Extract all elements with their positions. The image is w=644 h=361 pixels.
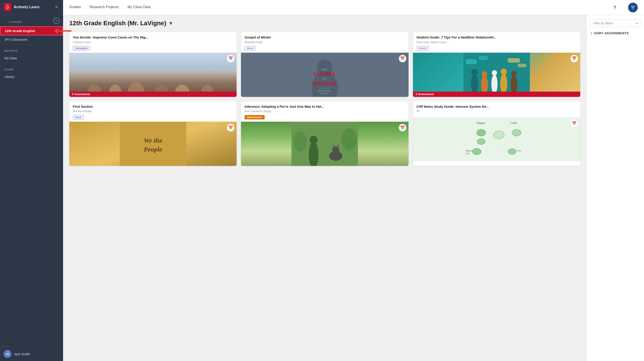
svg-text:→: → bbox=[488, 133, 490, 135]
sidebar-item-library[interactable]: Library bbox=[0, 72, 63, 81]
card-cliff-notes[interactable]: Cliff Notes Study Guide: Immune System f… bbox=[413, 101, 580, 166]
pet-svg bbox=[241, 122, 408, 166]
svg-point-58 bbox=[472, 148, 481, 155]
svg-text:←: ← bbox=[486, 150, 488, 152]
card-title: First Section bbox=[73, 104, 233, 109]
sidebar-footer: JS Jack Smith bbox=[0, 347, 63, 361]
svg-point-41 bbox=[341, 128, 357, 150]
svg-text:KIELY: KIELY bbox=[321, 92, 329, 95]
card-image: Antigens → → T-Cells Effector Cell N bbox=[413, 117, 580, 161]
nav-item-research-projects[interactable]: Research Projects bbox=[90, 4, 118, 10]
card-title: Student Guide: 7 Tips For a Healthier Re… bbox=[416, 35, 577, 39]
card-badge: Book bbox=[244, 46, 256, 50]
card-author: JP bbox=[416, 109, 577, 113]
calendar-icon[interactable]: 📅 bbox=[399, 124, 406, 131]
card-author: Ann Cameron Siegal bbox=[244, 109, 405, 113]
unanswered-bar: 2 Unanswered bbox=[413, 92, 580, 97]
content-area: 12th Grade English (Mr. LaVigne) ▾ You D… bbox=[63, 15, 644, 361]
classes-section-header: CLASSES + bbox=[0, 14, 63, 26]
svg-text:T-Cells: T-Cells bbox=[510, 122, 517, 124]
card-image-wrapper: 📅 5 Unanswered bbox=[69, 53, 236, 97]
card-info: You Decide: Supreme Court Cases on The R… bbox=[69, 32, 236, 53]
svg-point-17 bbox=[471, 74, 478, 94]
right-panel: Filter by labels ▾ ↕ SORT ASSIGNMENTS bbox=[586, 15, 644, 361]
arrow-indicator bbox=[54, 28, 72, 34]
card-badge: Article bbox=[416, 46, 429, 50]
card-info: Gospel of Winter Brendan Kiely Book bbox=[241, 32, 408, 53]
card-image: We the People bbox=[69, 122, 236, 166]
card-image bbox=[69, 53, 236, 97]
close-icon[interactable]: ✕ bbox=[53, 4, 60, 10]
svg-text:→: → bbox=[500, 150, 502, 152]
card-title: You Decide: Supreme Court Cases on The R… bbox=[73, 35, 233, 39]
card-image bbox=[413, 53, 580, 97]
svg-point-46 bbox=[477, 139, 485, 144]
svg-text:Antigens: Antigens bbox=[477, 122, 485, 124]
sort-label: SORT ASSIGNMENTS bbox=[594, 31, 629, 35]
sidebar-header: Mc Graw Hill Actively Learn ✕ bbox=[0, 0, 63, 14]
card-image-wrapper: 📅 bbox=[241, 122, 408, 166]
card-image: THE GOSPEL OF WINTER A NOVEL BY BRENDAN … bbox=[241, 53, 408, 97]
page-title: 12th Grade English (Mr. LaVigne) bbox=[69, 20, 166, 27]
card-inference-pet[interactable]: Inference: Adopting a Pet Is Just One Wa… bbox=[241, 101, 408, 166]
svg-text:A NOVEL BY: A NOVEL BY bbox=[319, 87, 330, 89]
card-info: Student Guide: 7 Tips For a Healthier Re… bbox=[413, 32, 580, 53]
svg-point-21 bbox=[491, 74, 498, 94]
sort-icon: ↕ bbox=[590, 30, 592, 36]
card-author: Paul Levy, Senior Lectu... bbox=[416, 40, 577, 44]
card-author: We the People bbox=[73, 109, 233, 113]
other-label: OTHER bbox=[0, 64, 63, 72]
svg-text:WINTER: WINTER bbox=[313, 80, 337, 87]
help-button[interactable]: ? bbox=[610, 3, 619, 12]
sidebar-item-jps-classroom[interactable]: JP's Classroom bbox=[0, 35, 63, 43]
svg-rect-28 bbox=[479, 56, 488, 60]
svg-point-23 bbox=[500, 73, 507, 94]
svg-text:OF: OF bbox=[322, 77, 327, 80]
calendar-icon[interactable]: 📅 bbox=[570, 119, 578, 127]
svg-text:We the: We the bbox=[144, 137, 162, 144]
card-image-wrapper: THE GOSPEL OF WINTER A NOVEL BY BRENDAN … bbox=[241, 53, 408, 97]
svg-text:THE: THE bbox=[321, 68, 328, 71]
card-info: First Section We the People Book bbox=[69, 101, 236, 122]
svg-point-22 bbox=[492, 70, 497, 75]
svg-rect-27 bbox=[466, 59, 477, 64]
calendar-icon[interactable]: 📅 bbox=[227, 55, 234, 62]
assignments-panel: 12th Grade English (Mr. LaVigne) ▾ You D… bbox=[63, 15, 586, 361]
card-student-guide[interactable]: Student Guide: 7 Tips For a Healthier Re… bbox=[413, 32, 580, 97]
wepeople-svg: We the People bbox=[69, 122, 236, 166]
logo: Mc Graw Hill bbox=[4, 3, 12, 11]
sidebar-item-my-data[interactable]: My Data bbox=[0, 54, 63, 62]
card-supreme-court[interactable]: You Decide: Supreme Court Cases on The R… bbox=[69, 32, 236, 97]
user-name: Jack Smith bbox=[14, 352, 30, 356]
card-info: Cliff Notes Study Guide: Immune System f… bbox=[413, 101, 580, 117]
filter-button[interactable] bbox=[628, 3, 638, 12]
nav-item-grades[interactable]: Grades bbox=[69, 4, 81, 10]
main-area: Grades Research Projects My Class Data ?… bbox=[63, 0, 644, 361]
svg-point-42 bbox=[294, 132, 307, 152]
svg-text:GOSPEL: GOSPEL bbox=[313, 71, 336, 77]
card-gospel-of-winter[interactable]: Gospel of Winter Brendan Kiely Book bbox=[241, 32, 408, 97]
svg-point-36 bbox=[310, 136, 318, 144]
card-image-wrapper: Antigens → → T-Cells Effector Cell N bbox=[413, 117, 580, 161]
svg-text:T-He...: T-He... bbox=[516, 150, 522, 152]
card-author: Actively Learn bbox=[73, 40, 233, 44]
nav-item-my-class-data[interactable]: My Class Data bbox=[128, 4, 150, 10]
calendar-icon[interactable]: 📅 bbox=[399, 55, 406, 62]
sidebar-item-12th-grade-english[interactable]: 12th Grade English bbox=[0, 26, 63, 35]
add-class-button[interactable]: + bbox=[53, 18, 60, 24]
app-title: Actively Learn bbox=[14, 5, 53, 9]
card-badge: Book bbox=[73, 115, 84, 119]
class-dropdown-chevron[interactable]: ▾ bbox=[169, 19, 172, 27]
chevron-down-icon: ▾ bbox=[636, 21, 638, 25]
sidebar: Mc Graw Hill Actively Learn ✕ CLASSES + … bbox=[0, 0, 63, 361]
card-first-section[interactable]: First Section We the People Book We the … bbox=[69, 101, 236, 166]
cards-grid: You Decide: Supreme Court Cases on The R… bbox=[69, 32, 580, 166]
sort-assignments-button[interactable]: ↕ SORT ASSIGNMENTS bbox=[590, 30, 640, 36]
filter-labels-dropdown[interactable]: Filter by labels ▾ bbox=[590, 19, 640, 27]
unanswered-bar: 5 Unanswered bbox=[69, 92, 236, 97]
svg-rect-30 bbox=[518, 64, 526, 67]
card-image-wrapper: We the People 📅 bbox=[69, 122, 236, 166]
calendar-icon[interactable]: 📅 bbox=[570, 55, 578, 62]
card-title: Cliff Notes Study Guide: Immune System f… bbox=[416, 104, 577, 109]
svg-point-51 bbox=[512, 129, 521, 136]
